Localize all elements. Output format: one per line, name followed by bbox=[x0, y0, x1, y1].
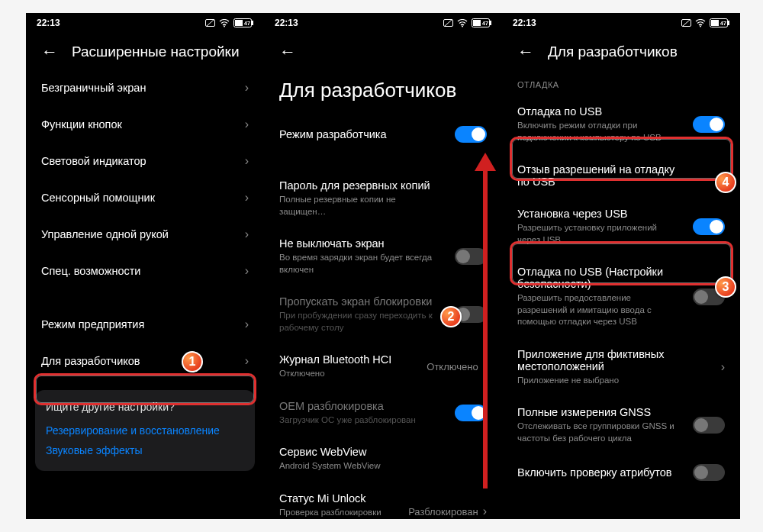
header: ← Для разработчиков bbox=[502, 30, 740, 69]
status-bar: 22:13 47 bbox=[264, 13, 502, 30]
status-time: 22:13 bbox=[275, 18, 298, 28]
section-title: ОТЛАДКА bbox=[502, 69, 740, 95]
settings-row-dlya-razrabotchikov[interactable]: Для разработчиков› bbox=[26, 343, 264, 379]
battery-icon: 47 bbox=[710, 18, 729, 27]
status-time: 22:13 bbox=[37, 18, 60, 28]
settings-list: ОТЛАДКА Отладка по USBВключить режим отл… bbox=[502, 69, 740, 519]
row-revoke-usb-debug-auth[interactable]: Отзыв разрешений на отладку по USB › bbox=[502, 153, 740, 198]
row-webview[interactable]: Сервис WebViewAndroid System WebView › bbox=[264, 436, 502, 482]
chevron-right-icon: › bbox=[245, 264, 249, 278]
chevron-right-icon: › bbox=[483, 452, 487, 466]
svg-rect-5 bbox=[235, 20, 243, 26]
settings-row-upravlenie-odnoi-rukoi[interactable]: Управление одной рукой› bbox=[26, 216, 264, 253]
svg-rect-18 bbox=[728, 21, 729, 25]
row-label: Пароль для резервных копий bbox=[279, 179, 443, 192]
row-label: Для разработчиков bbox=[41, 355, 140, 367]
svg-text:47: 47 bbox=[244, 21, 250, 26]
row-sub: При пробуждении сразу переходить к рабоч… bbox=[279, 310, 443, 334]
toggle-switch[interactable] bbox=[693, 417, 725, 434]
row-label: Отзыв разрешений на отладку по USB bbox=[517, 163, 681, 188]
chevron-right-icon: › bbox=[245, 81, 249, 95]
svg-point-9 bbox=[462, 25, 463, 27]
tip-link-backup[interactable]: Резервирование и восстановление bbox=[46, 421, 244, 440]
row-label: Сенсорный помощник bbox=[41, 192, 155, 204]
row-label: Пропускать экран блокировки bbox=[279, 295, 443, 308]
settings-row-rezhim-predpriyatiya[interactable]: Режим предприятия› bbox=[26, 306, 264, 343]
row-mock-location-app[interactable]: Приложение для фиктивных местоположенийП… bbox=[502, 338, 740, 397]
status-bar: 22:13 47 bbox=[26, 13, 264, 30]
back-icon[interactable]: ← bbox=[41, 42, 58, 62]
phone-screen-2: 22:13 47 ← Для разработчиков Режим разра… bbox=[264, 13, 502, 519]
row-label: Отладка по USB (Настройки безопасности) bbox=[517, 266, 681, 290]
row-sub: Отключено bbox=[279, 368, 391, 380]
row-install-via-usb[interactable]: Установка через USBРазрешить установку п… bbox=[502, 198, 740, 256]
row-label: Включить проверку атрибутов bbox=[517, 466, 672, 479]
header: ← bbox=[264, 30, 502, 69]
row-label: Функции кнопок bbox=[41, 118, 122, 131]
toggle-switch[interactable] bbox=[693, 218, 725, 235]
step-badge-2: 2 bbox=[440, 306, 462, 327]
row-label: Установка через USB bbox=[517, 208, 681, 220]
step-badge-1: 1 bbox=[182, 351, 203, 372]
settings-row-spets-vozmozhnosti[interactable]: Спец. возможности› bbox=[26, 253, 264, 289]
settings-row-funktsii-knopok[interactable]: Функции кнопок› bbox=[26, 106, 264, 143]
row-sub: Загрузчик ОС уже разблокирован bbox=[279, 414, 416, 427]
row-sub: Разрешить установку приложений через USB bbox=[517, 222, 681, 246]
row-sub: Полные резервные копии не защищен… bbox=[279, 194, 443, 218]
row-developer-mode[interactable]: Режим разработчика bbox=[264, 116, 502, 153]
svg-line-1 bbox=[207, 20, 214, 26]
toggle-switch[interactable] bbox=[693, 116, 725, 133]
svg-line-8 bbox=[445, 20, 452, 26]
row-attribute-check[interactable]: Включить проверку атрибутов bbox=[502, 454, 740, 491]
tip-card: Ищите другие настройки? Резервирование и… bbox=[35, 390, 255, 471]
row-mi-unlock-status[interactable]: Статус Mi UnlockПроверка разблокировки з… bbox=[264, 482, 502, 519]
toggle-switch[interactable] bbox=[693, 464, 725, 481]
tip-link-sound[interactable]: Звуковые эффекты bbox=[46, 440, 244, 460]
chevron-right-icon: › bbox=[245, 354, 249, 368]
svg-text:47: 47 bbox=[720, 21, 726, 26]
row-value: Отключено bbox=[427, 361, 478, 372]
row-gnss-full[interactable]: Полные измерения GNSSОтслеживать все гру… bbox=[502, 396, 740, 454]
silent-icon bbox=[681, 19, 691, 27]
tip-title: Ищите другие настройки? bbox=[46, 401, 244, 413]
row-label: Режим разработчика bbox=[279, 128, 387, 140]
chevron-right-icon: › bbox=[483, 192, 487, 205]
page-title: Расширенные настройки bbox=[72, 44, 240, 60]
phone-screen-1: 22:13 47 ← Расширенные настройки Безгран… bbox=[26, 13, 264, 519]
row-label: Приложение для фиктивных местоположений bbox=[517, 348, 681, 372]
row-bluetooth-hci[interactable]: Журнал Bluetooth HCIОтключено Отключено› bbox=[264, 343, 502, 390]
battery-icon: 47 bbox=[472, 18, 491, 27]
status-time: 22:13 bbox=[513, 18, 536, 28]
svg-text:47: 47 bbox=[482, 21, 488, 26]
chevron-right-icon: Отключено› bbox=[427, 360, 487, 373]
row-sub: Отслеживать все группировки GNSS и часто… bbox=[517, 421, 681, 444]
phone-screen-3: 22:13 47 ← Для разработчиков ОТЛАДКА Отл… bbox=[502, 13, 740, 519]
row-usb-debug-security[interactable]: Отладка по USB (Настройки безопасности)Р… bbox=[502, 256, 740, 338]
wifi-icon bbox=[695, 19, 706, 27]
toggle-switch[interactable] bbox=[455, 248, 487, 265]
row-stay-awake[interactable]: Не выключать экранВо время зарядки экран… bbox=[264, 227, 502, 285]
chevron-right-icon: › bbox=[721, 360, 725, 374]
back-icon[interactable]: ← bbox=[517, 42, 534, 62]
chevron-right-icon: › bbox=[245, 191, 249, 205]
row-sub: Проверка разблокировки загрузчика bbox=[279, 507, 408, 519]
row-backup-password[interactable]: Пароль для резервных копийПолные резервн… bbox=[264, 169, 502, 227]
chevron-right-icon: Разблокирован› bbox=[408, 505, 487, 518]
toggle-switch[interactable] bbox=[455, 126, 487, 143]
settings-row-bezgranichnyi-ekran[interactable]: Безграничный экран› bbox=[26, 69, 264, 106]
settings-row-svetovoi-indikator[interactable]: Световой индикатор› bbox=[26, 143, 264, 179]
settings-row-sensornyi-pomoshchnik[interactable]: Сенсорный помощник› bbox=[26, 179, 264, 216]
svg-rect-4 bbox=[252, 21, 253, 25]
row-sub: Включить режим отладки при подключении к… bbox=[517, 120, 681, 143]
page-title: Для разработчиков bbox=[264, 69, 502, 116]
row-label: Безграничный экран bbox=[41, 82, 146, 94]
row-label: OEM разблокировка bbox=[279, 400, 416, 412]
battery-icon: 47 bbox=[233, 18, 253, 27]
back-icon[interactable]: ← bbox=[279, 42, 296, 62]
row-usb-debugging[interactable]: Отладка по USBВключить режим отладки при… bbox=[502, 95, 740, 153]
status-bar: 22:13 47 bbox=[502, 13, 740, 30]
row-sub: Во время зарядки экран будет всегда вклю… bbox=[279, 252, 443, 276]
row-value: Разблокирован bbox=[408, 506, 478, 517]
row-label: Отладка по USB bbox=[517, 105, 681, 118]
page-title: Для разработчиков bbox=[548, 44, 678, 60]
